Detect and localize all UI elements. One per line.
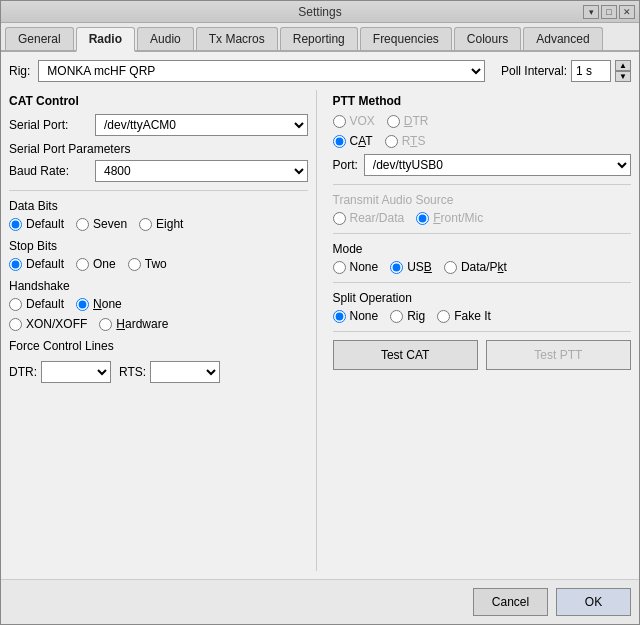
ptt-port-label: Port: [333,158,358,172]
title-bar-buttons: ▾ □ ✕ [583,5,635,19]
handshake-xon[interactable]: XON/XOFF [9,317,87,331]
stop-bits-two[interactable]: Two [128,257,167,271]
force-control-lines-title: Force Control Lines [9,339,308,353]
cat-control-title: CAT Control [9,94,308,108]
poll-interval-spinner: ▲ ▼ [615,60,631,82]
baud-rate-label: Baud Rate: [9,164,89,178]
serial-port-select[interactable]: /dev/ttyACM0 [95,114,308,136]
data-bits-eight[interactable]: Eight [139,217,183,231]
stop-bits-group: Default One Two [9,257,308,271]
close-button[interactable]: ✕ [619,5,635,19]
ptt-method-group-2: CAT RTS [333,134,632,148]
tab-reporting[interactable]: Reporting [280,27,358,50]
tab-advanced[interactable]: Advanced [523,27,602,50]
ptt-method-title: PTT Method [333,94,632,108]
mode-usb[interactable]: USB [390,260,432,274]
handshake-title: Handshake [9,279,308,293]
settings-window: Settings ▾ □ ✕ General Radio Audio Tx Ma… [0,0,640,625]
handshake-group-2: XON/XOFF Hardware [9,317,308,331]
split-none[interactable]: None [333,309,379,323]
minimize-button[interactable]: ▾ [583,5,599,19]
poll-interval-label: Poll Interval: [501,64,567,78]
window-title: Settings [298,5,341,19]
tab-audio[interactable]: Audio [137,27,194,50]
data-bits-group: Default Seven Eight [9,217,308,231]
data-bits-seven[interactable]: Seven [76,217,127,231]
mode-group: None USB Data/Pkt [333,260,632,274]
mode-none[interactable]: None [333,260,379,274]
divider-4 [333,282,632,283]
divider-5 [333,331,632,332]
handshake-hardware[interactable]: Hardware [99,317,168,331]
handshake-none[interactable]: None [76,297,122,311]
ptt-method-group-1: VOX DTR [333,114,632,128]
tab-frequencies[interactable]: Frequencies [360,27,452,50]
rig-row: Rig: MONKA mcHF QRP Poll Interval: ▲ ▼ [9,60,631,82]
ptt-cat[interactable]: CAT [333,134,373,148]
handshake-group: Default None [9,297,308,311]
test-ptt-button[interactable]: Test PTT [486,340,631,370]
split-operation-title: Split Operation [333,291,632,305]
test-cat-button[interactable]: Test CAT [333,340,478,370]
ptt-rts[interactable]: RTS [385,134,426,148]
poll-interval-input[interactable] [571,60,611,82]
divider-2 [333,184,632,185]
left-panel: CAT Control Serial Port: /dev/ttyACM0 Se… [9,90,317,571]
rts-label: RTS: [119,365,146,379]
spin-down-button[interactable]: ▼ [615,71,631,82]
split-rig[interactable]: Rig [390,309,425,323]
tab-radio[interactable]: Radio [76,27,135,52]
audio-front[interactable]: Front/Mic [416,211,483,225]
maximize-button[interactable]: □ [601,5,617,19]
serial-port-row: Serial Port: /dev/ttyACM0 [9,114,308,136]
tab-general[interactable]: General [5,27,74,50]
rts-item: RTS: [119,361,220,383]
audio-rear[interactable]: Rear/Data [333,211,405,225]
main-area: CAT Control Serial Port: /dev/ttyACM0 Se… [9,90,631,571]
rts-select[interactable] [150,361,220,383]
tab-bar: General Radio Audio Tx Macros Reporting … [1,23,639,52]
interval-row: Poll Interval: ▲ ▼ [501,60,631,82]
dtr-item: DTR: [9,361,111,383]
rig-select[interactable]: MONKA mcHF QRP [38,60,485,82]
ok-button[interactable]: OK [556,588,631,616]
stop-bits-title: Stop Bits [9,239,308,253]
rig-label: Rig: [9,64,30,78]
dtr-label: DTR: [9,365,37,379]
mode-title: Mode [333,242,632,256]
data-bits-title: Data Bits [9,199,308,213]
control-lines-row: DTR: RTS: [9,361,308,383]
split-operation-group: None Rig Fake It [333,309,632,323]
divider-3 [333,233,632,234]
title-bar: Settings ▾ □ ✕ [1,1,639,23]
handshake-default[interactable]: Default [9,297,64,311]
stop-bits-default[interactable]: Default [9,257,64,271]
baud-rate-row: Baud Rate: 4800 [9,160,308,182]
ptt-port-select[interactable]: /dev/ttyUSB0 [364,154,631,176]
ptt-dtr[interactable]: DTR [387,114,429,128]
right-panel: PTT Method VOX DTR CAT RTS [317,90,632,571]
tab-tx-macros[interactable]: Tx Macros [196,27,278,50]
transmit-audio-group: Rear/Data Front/Mic [333,211,632,225]
serial-port-label: Serial Port: [9,118,89,132]
cancel-button[interactable]: Cancel [473,588,548,616]
mode-data-pkt[interactable]: Data/Pkt [444,260,507,274]
divider-1 [9,190,308,191]
ptt-vox[interactable]: VOX [333,114,375,128]
content-area: Rig: MONKA mcHF QRP Poll Interval: ▲ ▼ C… [1,52,639,579]
transmit-audio-title: Transmit Audio Source [333,193,632,207]
stop-bits-one[interactable]: One [76,257,116,271]
dtr-select[interactable] [41,361,111,383]
spin-up-button[interactable]: ▲ [615,60,631,71]
footer: Cancel OK [1,579,639,624]
ptt-port-row: Port: /dev/ttyUSB0 [333,154,632,176]
data-bits-default[interactable]: Default [9,217,64,231]
split-fake-it[interactable]: Fake It [437,309,491,323]
serial-port-params-label: Serial Port Parameters [9,142,308,156]
tab-colours[interactable]: Colours [454,27,521,50]
baud-rate-select[interactable]: 4800 [95,160,308,182]
test-buttons: Test CAT Test PTT [333,340,632,370]
